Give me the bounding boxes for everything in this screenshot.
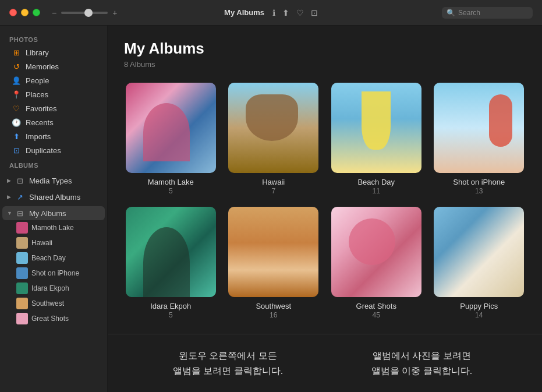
sub-item-idara-ekpoh-label: Idara Ekpoh bbox=[31, 284, 69, 292]
shot-on-iphone-thumb bbox=[16, 267, 28, 279]
sub-item-mamoth-lake-label: Mamoth Lake bbox=[31, 224, 74, 232]
toolbar-icons: ℹ ⬆ ♡ ⊡ bbox=[272, 8, 318, 17]
mamoth-lake-cover bbox=[126, 83, 216, 173]
album-count: 8 Albums bbox=[124, 60, 526, 69]
shared-albums-icon: ↗ bbox=[15, 192, 24, 202]
sub-item-hawaii-label: Hawaii bbox=[31, 239, 52, 247]
content-area: My Albums 8 Albums Mamoth Lake 5 Hawaii … bbox=[108, 26, 542, 334]
southwest-count: 16 bbox=[270, 311, 277, 319]
search-box[interactable]: 🔍 bbox=[442, 7, 533, 19]
hawaii-cover bbox=[228, 83, 318, 173]
sub-item-beach-day-label: Beach Day bbox=[31, 254, 66, 262]
sidebar-people-label: People bbox=[26, 76, 49, 85]
window-title: My Albums bbox=[224, 8, 264, 17]
search-icon: 🔍 bbox=[447, 9, 455, 17]
my-albums-chevron: ▼ bbox=[7, 210, 13, 216]
beach-day-name: Beach Day bbox=[357, 178, 395, 186]
shared-albums-chevron: ▶ bbox=[7, 194, 13, 200]
media-types-chevron: ▶ bbox=[7, 178, 13, 183]
puppy-pics-count: 14 bbox=[475, 311, 483, 319]
my-albums-header[interactable]: ▼ ⊟ My Albums bbox=[2, 206, 105, 220]
sub-item-beach-day[interactable]: Beach Day bbox=[9, 250, 105, 266]
sidebar-item-imports[interactable]: ⬆ Imports bbox=[2, 129, 105, 143]
zoom-out-button[interactable]: − bbox=[52, 8, 56, 17]
albums-grid: Mamoth Lake 5 Hawaii 7 Beach Day 11 Shot… bbox=[124, 83, 526, 319]
sidebar-item-places[interactable]: 📍 Places bbox=[2, 87, 105, 101]
album-idara-ekpoh[interactable]: Idara Ekpoh 5 bbox=[124, 207, 218, 319]
people-icon: 👤 bbox=[12, 76, 21, 85]
maximize-button[interactable] bbox=[33, 9, 40, 16]
sidebar-item-duplicates[interactable]: ⊡ Duplicates bbox=[2, 143, 105, 157]
shot-on-iphone-cover bbox=[434, 83, 524, 173]
shot-on-iphone-name: Shot on iPhone bbox=[453, 178, 505, 186]
southwest-name: Southwest bbox=[256, 302, 291, 310]
sub-item-hawaii[interactable]: Hawaii bbox=[9, 235, 105, 250]
zoom-in-button[interactable]: + bbox=[112, 8, 117, 17]
heart-icon[interactable]: ♡ bbox=[296, 8, 304, 17]
album-puppy-pics[interactable]: Puppy Pics 14 bbox=[433, 207, 526, 319]
album-southwest[interactable]: Southwest 16 bbox=[227, 207, 321, 319]
sidebar-item-recents[interactable]: 🕐 Recents bbox=[2, 115, 105, 129]
sidebar-duplicates-label: Duplicates bbox=[26, 146, 61, 155]
southwest-cover bbox=[228, 207, 318, 297]
shared-albums-header[interactable]: ▶ ↗ Shared Albums bbox=[2, 190, 105, 204]
sidebar-item-favorites[interactable]: ♡ Favorites bbox=[2, 101, 105, 115]
annotation-bar: 윈도우 오른쪽에서 모든앨범을 보려면 클릭합니다. 앨범에서 사진을 보려면앨… bbox=[108, 334, 542, 392]
shared-albums-group: ▶ ↗ Shared Albums bbox=[0, 190, 107, 204]
my-albums-group: ▼ ⊟ My Albums Mamoth Lake Hawaii Beach D… bbox=[0, 206, 107, 326]
great-shots-cover bbox=[331, 207, 421, 297]
albums-section-label: Albums bbox=[0, 157, 107, 171]
hawaii-thumb bbox=[16, 237, 28, 249]
sidebar-recents-label: Recents bbox=[26, 118, 54, 127]
media-types-group: ▶ ⊡ Media Types bbox=[0, 174, 107, 188]
my-albums-label: My Albums bbox=[29, 209, 66, 218]
album-shot-on-iphone[interactable]: Shot on iPhone 13 bbox=[433, 83, 526, 195]
sidebar-library-label: Library bbox=[26, 48, 49, 57]
annotation-left: 윈도우 오른쪽에서 모든앨범을 보려면 클릭합니다. bbox=[154, 348, 302, 378]
idara-ekpoh-count: 5 bbox=[169, 311, 173, 319]
puppy-pics-cover bbox=[434, 207, 524, 297]
hawaii-count: 7 bbox=[271, 187, 275, 195]
southwest-thumb bbox=[16, 298, 28, 309]
favorites-icon: ♡ bbox=[12, 104, 21, 113]
search-input[interactable] bbox=[458, 9, 528, 17]
sub-item-southwest[interactable]: Southwest bbox=[9, 296, 105, 311]
main-layout: Photos ⊞ Library ↺ Memories 👤 People 📍 P… bbox=[0, 26, 542, 392]
album-hawaii[interactable]: Hawaii 7 bbox=[227, 83, 321, 195]
sidebar-item-memories[interactable]: ↺ Memories bbox=[2, 59, 105, 73]
crop-icon[interactable]: ⊡ bbox=[311, 8, 318, 17]
idara-ekpoh-name: Idara Ekpoh bbox=[150, 302, 191, 310]
album-great-shots[interactable]: Great Shots 45 bbox=[330, 207, 423, 319]
sub-item-great-shots[interactable]: Great Shots bbox=[9, 311, 105, 326]
minimize-button[interactable] bbox=[21, 9, 29, 16]
mamoth-lake-count: 5 bbox=[169, 187, 173, 195]
media-types-icon: ⊡ bbox=[15, 176, 24, 185]
sub-item-southwest-label: Southwest bbox=[31, 299, 64, 308]
sidebar: Photos ⊞ Library ↺ Memories 👤 People 📍 P… bbox=[0, 26, 108, 392]
annotation-right: 앨범에서 사진을 보려면앨범을 이중 클릭합니다. bbox=[348, 348, 495, 378]
idara-ekpoh-thumb bbox=[16, 282, 28, 294]
share-icon[interactable]: ⬆ bbox=[282, 8, 289, 17]
sidebar-item-people[interactable]: 👤 People bbox=[2, 73, 105, 87]
info-icon[interactable]: ℹ bbox=[272, 8, 275, 17]
great-shots-name: Great Shots bbox=[356, 302, 396, 310]
media-types-header[interactable]: ▶ ⊡ Media Types bbox=[2, 174, 105, 188]
sub-item-shot-on-iphone[interactable]: Shot on iPhone bbox=[9, 266, 105, 281]
zoom-slider[interactable] bbox=[61, 12, 108, 14]
sidebar-places-label: Places bbox=[26, 90, 48, 99]
sub-item-shot-on-iphone-label: Shot on iPhone bbox=[31, 269, 79, 277]
titlebar-center: My Albums ℹ ⬆ ♡ ⊡ bbox=[224, 8, 318, 17]
memories-icon: ↺ bbox=[12, 62, 21, 71]
album-beach-day[interactable]: Beach Day 11 bbox=[330, 83, 423, 195]
places-icon: 📍 bbox=[12, 90, 21, 99]
sub-item-idara-ekpoh[interactable]: Idara Ekpoh bbox=[9, 281, 105, 296]
imports-icon: ⬆ bbox=[12, 132, 21, 141]
close-button[interactable] bbox=[9, 9, 17, 16]
beach-day-count: 11 bbox=[373, 187, 380, 195]
hawaii-name: Hawaii bbox=[262, 178, 285, 186]
great-shots-thumb bbox=[16, 313, 28, 324]
album-mamoth-lake[interactable]: Mamoth Lake 5 bbox=[124, 83, 218, 195]
sub-item-mamoth-lake[interactable]: Mamoth Lake bbox=[9, 220, 105, 235]
great-shots-count: 45 bbox=[373, 311, 380, 319]
sidebar-item-library[interactable]: ⊞ Library bbox=[2, 45, 105, 59]
